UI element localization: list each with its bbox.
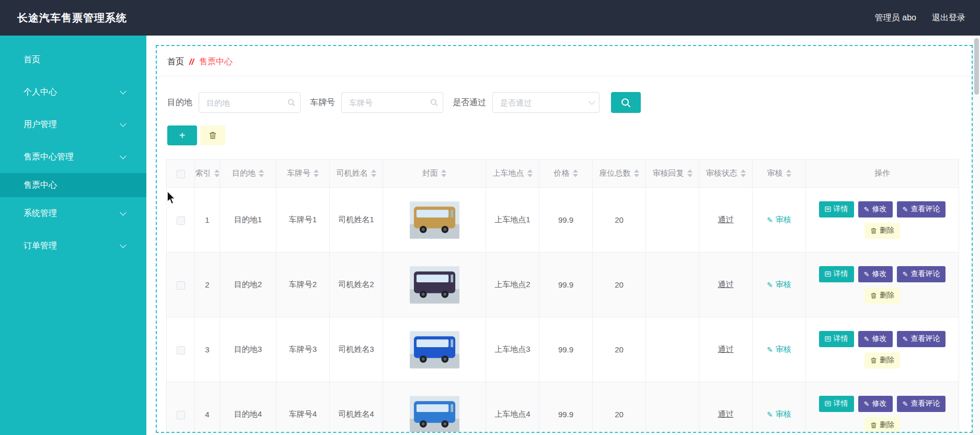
plate-input[interactable] bbox=[341, 92, 443, 113]
sidebar-item-7[interactable]: 订单管理 bbox=[0, 230, 146, 262]
delete-button[interactable]: 删除 bbox=[864, 417, 900, 433]
scrollbar-thumb[interactable] bbox=[974, 38, 979, 95]
cell-cover bbox=[383, 317, 486, 382]
cell-audit-status: 通过 bbox=[699, 188, 753, 253]
column-header-price[interactable]: 价格 bbox=[539, 159, 593, 188]
sidebar-item-4[interactable]: 售票中心管理 bbox=[0, 141, 146, 173]
edit-pencil-icon: ✎ bbox=[767, 281, 773, 289]
select-all-checkbox[interactable] bbox=[177, 170, 185, 178]
sidebar-item-3[interactable]: 用户管理 bbox=[0, 108, 146, 141]
sort-icon[interactable] bbox=[314, 169, 319, 177]
detail-button[interactable]: 详情 bbox=[819, 266, 854, 282]
audit-link[interactable]: ✎审核 bbox=[767, 409, 791, 419]
bus-cover-image[interactable] bbox=[410, 201, 459, 239]
edit-button[interactable]: ✎ 修改 bbox=[858, 201, 893, 218]
view-comments-button[interactable]: ✎ 查看评论 bbox=[897, 201, 946, 218]
cell-pickup-point: 上车地点3 bbox=[486, 317, 539, 382]
row-checkbox[interactable] bbox=[177, 281, 185, 290]
delete-button[interactable]: 删除 bbox=[864, 288, 900, 304]
row-checkbox[interactable] bbox=[177, 216, 185, 225]
scrollbar[interactable] bbox=[973, 36, 980, 435]
sort-icon[interactable] bbox=[371, 169, 376, 177]
sidebar-item-label: 个人中心 bbox=[24, 87, 57, 98]
current-user: 管理员 abo bbox=[875, 13, 916, 24]
column-header-pickup[interactable]: 上车地点 bbox=[486, 159, 539, 188]
cell-driver-name: 司机姓名4 bbox=[330, 382, 383, 433]
cell-audit-reply bbox=[646, 317, 699, 382]
sort-icon[interactable] bbox=[214, 169, 220, 177]
sort-icon[interactable] bbox=[441, 169, 446, 177]
cell-pickup-point: 上车地点2 bbox=[486, 253, 539, 317]
table-row: 1 目的地1 车牌号1 司机姓名1 上车地点1 99.9 20 通过 ✎审核 bbox=[167, 188, 959, 253]
audit-link[interactable]: ✎审核 bbox=[767, 280, 791, 290]
search-button[interactable] bbox=[611, 92, 641, 113]
cell-actions: 详情 ✎ 修改 ✎ 查看评论 删除 bbox=[806, 253, 959, 317]
cell-plate-number: 车牌号1 bbox=[276, 188, 330, 253]
column-label: 封面 bbox=[422, 168, 438, 178]
sort-icon[interactable] bbox=[573, 169, 578, 177]
edit-pencil-icon: ✎ bbox=[864, 400, 870, 408]
column-header-plate[interactable]: 车牌号 bbox=[276, 159, 330, 188]
cell-seat-total: 20 bbox=[593, 317, 646, 382]
detail-button[interactable]: 详情 bbox=[819, 396, 854, 412]
edit-button[interactable]: ✎ 修改 bbox=[858, 396, 893, 412]
view-comments-button[interactable]: ✎ 查看评论 bbox=[897, 266, 946, 282]
view-comments-button[interactable]: ✎ 查看评论 bbox=[897, 396, 946, 412]
breadcrumb-home[interactable]: 首页 bbox=[167, 56, 184, 67]
cell-index: 2 bbox=[195, 253, 220, 317]
destination-input[interactable] bbox=[199, 92, 301, 113]
column-header-index[interactable]: 索引 bbox=[195, 159, 220, 188]
sort-icon[interactable] bbox=[786, 169, 791, 177]
logout-link[interactable]: 退出登录 bbox=[932, 13, 965, 24]
sort-icon[interactable] bbox=[687, 169, 693, 177]
sort-icon[interactable] bbox=[741, 169, 746, 177]
audit-link[interactable]: ✎审核 bbox=[767, 215, 791, 225]
bus-cover-image[interactable] bbox=[410, 331, 459, 369]
column-header-audit[interactable]: 审核 bbox=[753, 159, 806, 188]
cell-actions: 详情 ✎ 修改 ✎ 查看评论 删除 bbox=[806, 382, 959, 433]
add-button[interactable]: + bbox=[167, 125, 197, 145]
cell-audit-reply bbox=[646, 382, 699, 433]
column-header-reply[interactable]: 审核回复 bbox=[646, 159, 699, 188]
column-header-cover[interactable]: 封面 bbox=[383, 159, 486, 188]
row-checkbox[interactable] bbox=[177, 411, 185, 419]
sidebar-item-6[interactable]: 系统管理 bbox=[0, 197, 146, 230]
table-toolbar: + bbox=[167, 125, 972, 145]
edit-button[interactable]: ✎ 修改 bbox=[858, 266, 893, 282]
sort-icon[interactable] bbox=[527, 169, 533, 177]
sort-icon[interactable] bbox=[259, 169, 264, 177]
sort-icon[interactable] bbox=[634, 169, 639, 177]
delete-button[interactable]: 删除 bbox=[864, 223, 900, 239]
select-all-header bbox=[167, 159, 195, 188]
detail-button[interactable]: 详情 bbox=[819, 331, 854, 347]
audit-link[interactable]: ✎审核 bbox=[767, 345, 791, 354]
cell-price: 99.9 bbox=[539, 188, 593, 253]
breadcrumb: 首页 // 售票中心 bbox=[157, 46, 972, 76]
cell-audit-reply bbox=[646, 253, 699, 317]
delete-button[interactable]: 删除 bbox=[864, 352, 900, 369]
bus-cover-image[interactable] bbox=[410, 396, 459, 433]
pass-select[interactable] bbox=[492, 92, 599, 113]
row-checkbox[interactable] bbox=[177, 346, 185, 354]
edit-pencil-icon: ✎ bbox=[903, 205, 908, 213]
bus-cover-image[interactable] bbox=[410, 266, 459, 304]
cell-audit-status: 通过 bbox=[699, 317, 753, 382]
detail-button[interactable]: 详情 bbox=[819, 201, 854, 218]
column-header-status[interactable]: 审核状态 bbox=[699, 159, 753, 188]
filter-bar: 目的地 车牌号 是否通过 bbox=[167, 92, 972, 113]
column-header-driver[interactable]: 司机姓名 bbox=[330, 159, 383, 188]
batch-delete-button[interactable] bbox=[200, 125, 225, 145]
column-label: 审核状态 bbox=[706, 168, 737, 178]
view-comments-button[interactable]: ✎ 查看评论 bbox=[897, 331, 946, 347]
cell-plate-number: 车牌号2 bbox=[276, 253, 330, 317]
chevron-down-icon bbox=[590, 101, 594, 104]
sidebar-item-label: 首页 bbox=[24, 54, 40, 65]
sidebar-item-2[interactable]: 个人中心 bbox=[0, 76, 146, 108]
destination-filter-label: 目的地 bbox=[167, 97, 192, 108]
cell-destination: 目的地1 bbox=[220, 188, 276, 253]
sidebar-item-1[interactable]: 首页 bbox=[0, 43, 146, 76]
column-header-dest[interactable]: 目的地 bbox=[220, 159, 276, 188]
column-header-seats[interactable]: 座位总数 bbox=[593, 159, 646, 188]
sidebar-item-5[interactable]: 售票中心 bbox=[0, 173, 146, 197]
edit-button[interactable]: ✎ 修改 bbox=[858, 331, 893, 347]
